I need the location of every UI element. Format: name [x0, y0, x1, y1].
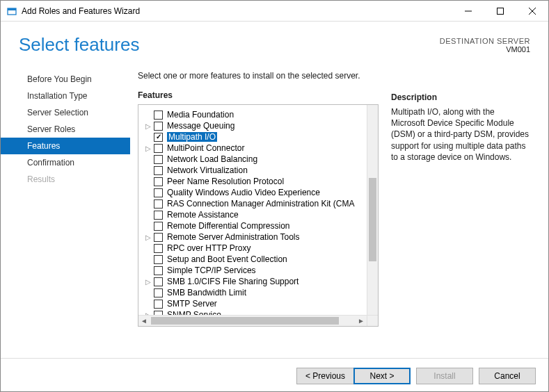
feature-checkbox[interactable] [154, 177, 163, 186]
feature-label: SMB 1.0/CIFS File Sharing Support [167, 277, 299, 286]
feature-row[interactable]: Simple TCP/IP Services [138, 265, 367, 276]
feature-checkbox[interactable] [154, 211, 163, 220]
feature-row[interactable]: ▷SMB 1.0/CIFS File Sharing Support [138, 276, 367, 287]
svg-rect-3 [498, 8, 504, 14]
destination-name: VM001 [440, 45, 530, 54]
feature-row[interactable]: ▷MultiPoint Connector [138, 142, 367, 154]
nav-item-confirmation[interactable]: Confirmation [1, 154, 129, 171]
feature-label: Media Foundation [167, 110, 234, 120]
feature-label: Message Queuing [167, 121, 234, 131]
feature-checkbox[interactable] [154, 133, 163, 142]
feature-row[interactable]: RPC over HTTP Proxy [138, 243, 367, 254]
horizontal-scrollbar[interactable]: ◄ ► [138, 315, 367, 326]
wizard-button-row: < Previous Next > Install Cancel [1, 358, 548, 392]
feature-checkbox[interactable] [154, 199, 163, 209]
feature-row[interactable]: SMTP Server [138, 298, 367, 309]
description-text: Multipath I/O, along with the Microsoft … [391, 106, 530, 163]
nav-item-installation-type[interactable]: Installation Type [1, 88, 129, 104]
feature-label: Multipath I/O [167, 132, 217, 142]
next-button[interactable]: Next > [353, 368, 411, 384]
feature-checkbox[interactable] [154, 122, 163, 131]
scroll-thumb[interactable] [369, 178, 376, 261]
feature-label: Quality Windows Audio Video Experience [167, 188, 320, 197]
feature-label: SNMP Service [167, 310, 221, 315]
features-listbox[interactable]: Media Foundation▷Message QueuingMultipat… [138, 104, 379, 327]
feature-checkbox[interactable] [154, 155, 163, 164]
feature-row[interactable]: Network Virtualization [138, 165, 367, 176]
feature-row[interactable]: RAS Connection Manager Administration Ki… [138, 198, 367, 209]
feature-checkbox[interactable] [154, 266, 163, 275]
feature-label: Peer Name Resolution Protocol [167, 177, 284, 186]
feature-label: RAS Connection Manager Administration Ki… [167, 199, 354, 209]
nav-item-server-roles[interactable]: Server Roles [1, 121, 129, 138]
page-title: Select features [19, 34, 139, 56]
scroll-corner [367, 315, 378, 326]
wizard-nav: Before You BeginInstallation TypeServer … [1, 71, 129, 327]
expander-icon[interactable]: ▷ [144, 234, 152, 241]
feature-checkbox[interactable] [154, 300, 163, 309]
vertical-scrollbar[interactable] [367, 105, 378, 315]
feature-checkbox[interactable] [154, 255, 163, 264]
expander-icon[interactable]: ▷ [144, 145, 152, 152]
minimize-button[interactable] [452, 1, 484, 22]
feature-checkbox[interactable] [154, 144, 163, 153]
feature-label: Remote Server Administration Tools [167, 232, 300, 242]
feature-row[interactable]: ▷SNMP Service [138, 309, 367, 315]
features-heading: Features [138, 90, 379, 100]
feature-row[interactable]: Remote Assistance [138, 209, 367, 220]
expander-icon[interactable]: ▷ [144, 278, 152, 286]
previous-button[interactable]: < Previous [296, 368, 353, 384]
feature-label: SMB Bandwidth Limit [167, 288, 246, 297]
feature-row[interactable]: ▷Message Queuing [138, 120, 367, 131]
feature-row[interactable]: SMB Bandwidth Limit [138, 287, 367, 298]
feature-label: Network Load Balancing [167, 154, 257, 164]
install-button[interactable]: Install [416, 368, 473, 384]
feature-label: SMTP Server [167, 299, 217, 309]
feature-label: Remote Assistance [167, 210, 239, 220]
description-heading: Description [391, 92, 530, 102]
nav-item-before-you-begin[interactable]: Before You Begin [1, 71, 129, 88]
feature-label: Simple TCP/IP Services [167, 266, 256, 275]
feature-checkbox[interactable] [154, 233, 163, 242]
nav-item-features[interactable]: Features [1, 138, 130, 154]
feature-checkbox[interactable] [154, 222, 163, 231]
feature-row[interactable]: Network Load Balancing [138, 154, 367, 165]
feature-checkbox[interactable] [154, 111, 163, 120]
destination-label: DESTINATION SERVER [440, 37, 530, 45]
expander-icon[interactable]: ▷ [144, 122, 152, 130]
feature-row[interactable]: Setup and Boot Event Collection [138, 254, 367, 265]
feature-label: MultiPoint Connector [167, 143, 244, 153]
scroll-left-icon[interactable]: ◄ [138, 316, 150, 326]
feature-row[interactable]: ▷Remote Server Administration Tools [138, 231, 367, 243]
scroll-right-icon[interactable]: ► [356, 316, 367, 326]
feature-checkbox[interactable] [154, 277, 163, 286]
feature-label: Remote Differential Compression [167, 221, 290, 231]
feature-row[interactable]: Media Foundation [138, 109, 367, 120]
feature-checkbox[interactable] [154, 244, 163, 253]
nav-item-server-selection[interactable]: Server Selection [1, 104, 129, 121]
feature-label: Setup and Boot Event Collection [167, 254, 287, 264]
cancel-button[interactable]: Cancel [479, 368, 536, 384]
feature-label: Network Virtualization [167, 165, 248, 175]
title-bar: Add Roles and Features Wizard [1, 1, 548, 22]
scroll-thumb[interactable] [151, 317, 339, 325]
feature-checkbox[interactable] [154, 288, 163, 297]
intro-text: Select one or more features to install o… [138, 71, 379, 90]
feature-row[interactable]: Remote Differential Compression [138, 220, 367, 231]
feature-label: RPC over HTTP Proxy [167, 243, 250, 253]
feature-row[interactable]: Quality Windows Audio Video Experience [138, 187, 367, 198]
feature-row[interactable]: Multipath I/O [138, 131, 367, 142]
nav-item-results: Results [1, 171, 129, 188]
app-icon [6, 6, 17, 17]
svg-rect-1 [8, 8, 16, 10]
maximize-button[interactable] [484, 1, 516, 22]
feature-checkbox[interactable] [154, 166, 163, 175]
feature-row[interactable]: Peer Name Resolution Protocol [138, 176, 367, 187]
feature-checkbox[interactable] [154, 188, 163, 197]
close-button[interactable] [516, 1, 548, 22]
destination-block: DESTINATION SERVER VM001 [440, 34, 530, 54]
window-title: Add Roles and Features Wizard [22, 6, 452, 16]
